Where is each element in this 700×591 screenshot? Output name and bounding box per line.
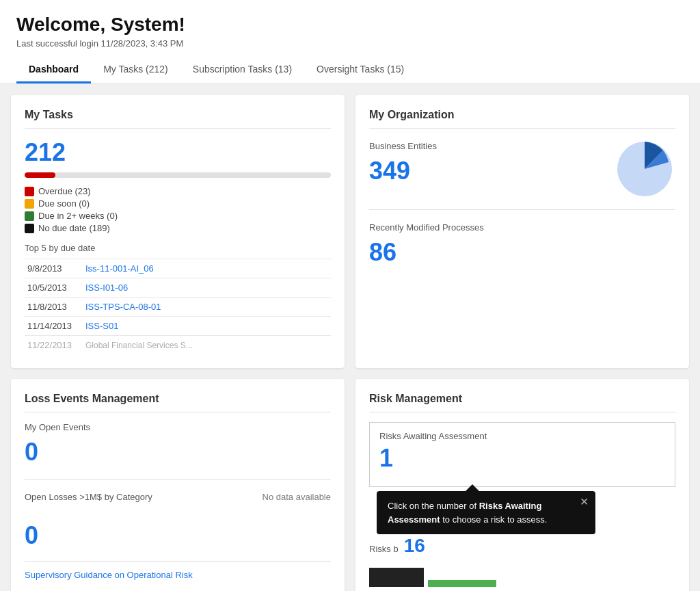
risks-by-row: Risks b 16 xyxy=(369,535,675,562)
page-title: Welcome, System! xyxy=(16,14,684,36)
business-entities-label: Business Entities xyxy=(369,141,437,151)
tab-subscription-tasks[interactable]: Subscription Tasks (13) xyxy=(180,57,304,83)
risks-by-count[interactable]: 16 xyxy=(404,535,425,557)
risk-mgmt-title: Risk Management xyxy=(369,393,675,412)
business-entities-section: Business Entities 349 xyxy=(369,138,675,210)
risks-by-label: Risks b xyxy=(369,544,399,554)
pie-chart xyxy=(614,138,675,200)
tab-dashboard[interactable]: Dashboard xyxy=(16,57,91,83)
task-date: 10/5/2013 xyxy=(25,278,83,298)
task-date: 11/22/2013 xyxy=(25,336,83,355)
pie-chart-svg xyxy=(614,138,675,200)
bar-black xyxy=(369,568,424,587)
table-row: 11/22/2013 Global Financial Services S..… xyxy=(25,336,331,355)
tooltip-box: ✕ Click on the number of Risks Awaiting … xyxy=(377,491,595,534)
open-events-label: My Open Events xyxy=(25,422,331,432)
legend-item-due-soon: Due soon (0) xyxy=(25,198,331,209)
task-date: 11/8/2013 xyxy=(25,298,83,317)
task-date: 9/8/2013 xyxy=(25,259,83,278)
no-data-text: No data available xyxy=(262,492,331,502)
overdue-dot xyxy=(25,187,34,196)
open-events-count[interactable]: 0 xyxy=(25,438,331,467)
table-row: 11/14/2013 ISS-S01 xyxy=(25,317,331,336)
processes-section: Recently Modified Processes 86 xyxy=(369,220,675,282)
tab-oversight-tasks[interactable]: Oversight Tasks (15) xyxy=(304,57,416,83)
task-link[interactable]: ISS-TPS-CA-08-01 xyxy=(85,302,161,312)
dashboard-grid: My Tasks 212 Overdue (23) Due soon (0) D… xyxy=(0,84,700,591)
legend-item-due-weeks: Due in 2+ weeks (0) xyxy=(25,211,331,221)
task-date: 11/14/2013 xyxy=(25,317,83,336)
table-row: 9/8/2013 Iss-11-001-AI_06 xyxy=(25,259,331,278)
my-organization-card: My Organization Business Entities 349 Re… xyxy=(355,95,689,368)
my-tasks-card: My Tasks 212 Overdue (23) Due soon (0) D… xyxy=(11,95,345,368)
guidance-link[interactable]: Supervisory Guidance on Operational Risk xyxy=(25,561,331,580)
table-row: 10/5/2013 ISS-I01-06 xyxy=(25,278,331,298)
bar-green xyxy=(428,580,496,587)
processes-count[interactable]: 86 xyxy=(369,238,484,267)
risk-bars xyxy=(369,568,675,587)
tasks-progress-bar xyxy=(25,172,331,178)
loss-events-card: Loss Events Management My Open Events 0 … xyxy=(11,379,345,591)
processes-label: Recently Modified Processes xyxy=(369,222,484,233)
table-row: 11/8/2013 ISS-TPS-CA-08-01 xyxy=(25,298,331,317)
open-losses-count[interactable]: 0 xyxy=(25,521,331,550)
tooltip-arrow xyxy=(466,484,479,491)
tooltip-close-button[interactable]: ✕ xyxy=(580,497,589,508)
top5-label: Top 5 by due date xyxy=(25,243,331,253)
tab-my-tasks[interactable]: My Tasks (212) xyxy=(91,57,180,83)
open-losses-label: Open Losses >1M$ by Category xyxy=(25,492,152,502)
task-link[interactable]: Iss-11-001-AI_06 xyxy=(85,263,154,274)
tooltip-text: Click on the number of Risks Awaiting As… xyxy=(388,499,584,526)
risks-awaiting-count[interactable]: 1 xyxy=(379,444,665,473)
legend-item-overdue: Overdue (23) xyxy=(25,186,331,196)
task-link[interactable]: Global Financial Services S... xyxy=(85,341,193,350)
risks-awaiting-label: Risks Awaiting Assessment xyxy=(379,431,665,441)
no-due-dot xyxy=(25,224,34,233)
open-events-section: My Open Events 0 xyxy=(25,422,331,467)
risks-awaiting-box: Risks Awaiting Assessment 1 ✕ Click on t… xyxy=(369,422,675,487)
last-login-text: Last successful login 11/28/2023, 3:43 P… xyxy=(16,38,684,49)
task-link[interactable]: ISS-S01 xyxy=(85,321,118,331)
due-weeks-dot xyxy=(25,211,34,221)
due-soon-dot xyxy=(25,199,34,209)
header: Welcome, System! Last successful login 1… xyxy=(0,0,700,84)
task-link[interactable]: ISS-I01-06 xyxy=(85,283,128,293)
business-entities-count[interactable]: 349 xyxy=(369,157,437,185)
tasks-legend: Overdue (23) Due soon (0) Due in 2+ week… xyxy=(25,186,331,233)
loss-events-title: Loss Events Management xyxy=(25,393,331,412)
legend-item-no-due: No due date (189) xyxy=(25,223,331,233)
risk-management-card: Risk Management Risks Awaiting Assessmen… xyxy=(355,379,689,591)
org-title: My Organization xyxy=(369,109,675,129)
risks-by-section: Risks b 16 xyxy=(369,535,675,587)
my-tasks-count[interactable]: 212 xyxy=(25,138,331,167)
open-losses-section: Open Losses >1M$ by Category No data ava… xyxy=(25,479,331,550)
tooltip-container: ✕ Click on the number of Risks Awaiting … xyxy=(377,484,595,534)
tab-nav: Dashboard My Tasks (212) Subscription Ta… xyxy=(16,57,684,83)
tasks-progress-fill xyxy=(25,172,55,178)
my-tasks-title: My Tasks xyxy=(25,109,331,129)
task-table: 9/8/2013 Iss-11-001-AI_06 10/5/2013 ISS-… xyxy=(25,259,331,354)
